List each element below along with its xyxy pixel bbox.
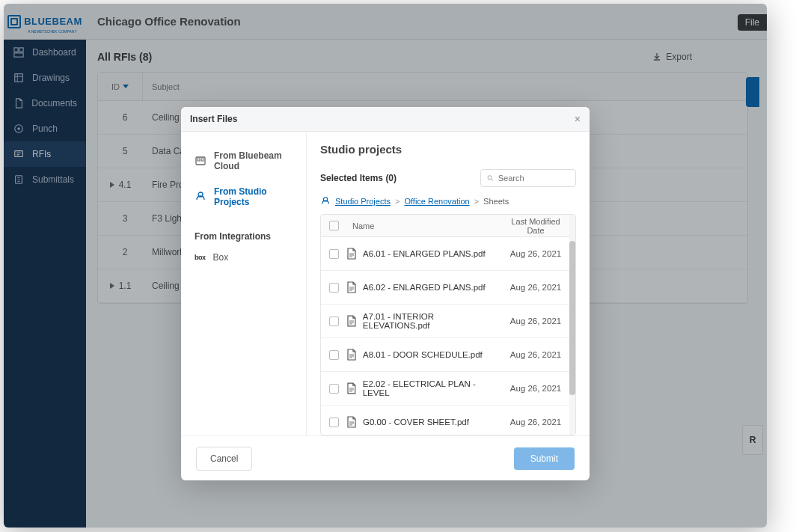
file-checkbox-cell <box>321 418 346 427</box>
selected-row: Selected Items (0) <box>320 169 576 187</box>
scrollbar-thumb[interactable] <box>569 241 575 395</box>
box-icon: box <box>195 254 206 261</box>
search-icon <box>487 174 494 182</box>
source-bluebeam-cloud[interactable]: From Bluebeam Cloud <box>181 143 306 179</box>
modal-left-panel: From Bluebeam Cloud From Studio Projects… <box>181 132 307 435</box>
right-panel-title: Studio projects <box>320 143 576 156</box>
svg-rect-9 <box>198 159 200 161</box>
file-table-header: Name Last Modified Date <box>321 215 569 237</box>
scrollbar[interactable] <box>569 215 575 435</box>
studio-icon <box>195 191 206 203</box>
file-name: A6.01 - ENLARGED PLANS.pdf <box>346 248 502 260</box>
cloud-icon <box>195 155 206 167</box>
integrations-heading: From Integrations <box>181 215 306 248</box>
source-box[interactable]: box Box <box>181 248 306 267</box>
file-icon <box>346 248 357 260</box>
file-row[interactable]: A6.02 - ENLARGED PLANS.pdf Aug 26, 2021 <box>321 271 569 305</box>
breadcrumb: Studio Projects > Office Renovation > Sh… <box>320 196 576 207</box>
svg-point-11 <box>488 176 492 180</box>
file-icon <box>346 382 357 394</box>
file-date: Aug 26, 2021 <box>502 384 569 393</box>
source-studio-projects[interactable]: From Studio Projects <box>181 179 306 215</box>
file-icon <box>346 416 357 428</box>
file-date: Aug 26, 2021 <box>502 317 569 325</box>
column-date[interactable]: Last Modified Date <box>502 217 569 235</box>
file-checkbox[interactable] <box>329 283 339 293</box>
modal-header: Insert Files × <box>181 107 590 132</box>
file-checkbox-cell <box>321 384 346 394</box>
file-row[interactable]: A8.01 - DOOR SCHEDULE.pdf Aug 26, 2021 <box>321 338 569 372</box>
search-input[interactable] <box>498 174 569 183</box>
cancel-button[interactable]: Cancel <box>196 447 252 471</box>
modal-overlay: Insert Files × From Bluebeam Cloud <box>4 4 767 528</box>
search-box[interactable] <box>480 169 576 187</box>
breadcrumb-link[interactable]: Studio Projects <box>335 197 391 206</box>
file-date: Aug 26, 2021 <box>502 249 569 258</box>
source-label: From Bluebeam Cloud <box>214 150 293 171</box>
modal-body: From Bluebeam Cloud From Studio Projects… <box>181 132 590 435</box>
file-row[interactable]: G0.00 - COVER SHEET.pdf Aug 26, 2021 <box>321 406 569 435</box>
file-checkbox[interactable] <box>329 418 339 427</box>
file-name: G0.00 - COVER SHEET.pdf <box>346 416 502 428</box>
close-icon[interactable]: × <box>575 113 581 125</box>
file-icon <box>346 349 357 361</box>
file-icon <box>346 281 357 293</box>
submit-button[interactable]: Submit <box>514 447 575 470</box>
file-checkbox[interactable] <box>329 384 339 394</box>
select-all-checkbox[interactable] <box>329 221 339 230</box>
breadcrumb-separator: > <box>395 197 400 206</box>
source-label: From Studio Projects <box>214 186 293 207</box>
studio-icon <box>320 196 331 207</box>
file-table-inner: Name Last Modified Date A6.01 - ENLARGED… <box>321 215 569 435</box>
breadcrumb-separator: > <box>474 197 479 206</box>
file-checkbox-cell <box>321 249 346 259</box>
file-name: A7.01 - INTERIOR ELEVATIONS.pdf <box>346 312 502 330</box>
file-checkbox-cell <box>321 350 346 360</box>
file-checkbox-cell <box>321 317 346 326</box>
modal-right-panel: Studio projects Selected Items (0) Studi… <box>307 132 590 435</box>
file-name: A6.02 - ENLARGED PLANS.pdf <box>346 281 502 293</box>
file-date: Aug 26, 2021 <box>502 418 569 426</box>
file-table: Name Last Modified Date A6.01 - ENLARGED… <box>320 214 576 435</box>
file-name: E2.02 - ELECTRICAL PLAN - LEVEL <box>346 379 502 397</box>
file-row[interactable]: A7.01 - INTERIOR ELEVATIONS.pdf Aug 26, … <box>321 305 569 338</box>
file-date: Aug 26, 2021 <box>502 283 569 292</box>
file-icon <box>346 315 357 327</box>
file-row[interactable]: A6.01 - ENLARGED PLANS.pdf Aug 26, 2021 <box>321 237 569 271</box>
insert-files-modal: Insert Files × From Bluebeam Cloud <box>181 107 590 480</box>
breadcrumb-link[interactable]: Office Renovation <box>404 197 469 206</box>
column-name[interactable]: Name <box>346 221 502 230</box>
file-checkbox-cell <box>321 283 346 293</box>
file-checkbox[interactable] <box>329 350 339 360</box>
source-label: Box <box>213 252 229 263</box>
breadcrumb-current: Sheets <box>483 197 509 206</box>
svg-rect-10 <box>201 159 203 161</box>
modal-title: Insert Files <box>190 114 237 124</box>
file-name: A8.01 - DOOR SCHEDULE.pdf <box>346 349 502 361</box>
file-checkbox[interactable] <box>329 317 339 326</box>
app-container: BLUEBEAM A NEMETSCHEK COMPANY Chicago Of… <box>4 4 767 528</box>
file-row[interactable]: E2.02 - ELECTRICAL PLAN - LEVEL Aug 26, … <box>321 372 569 406</box>
selected-items-count: Selected Items (0) <box>320 173 397 183</box>
file-date: Aug 26, 2021 <box>502 350 569 359</box>
modal-footer: Cancel Submit <box>181 435 590 480</box>
file-checkbox[interactable] <box>329 249 339 259</box>
select-all-checkbox-cell <box>321 221 346 230</box>
